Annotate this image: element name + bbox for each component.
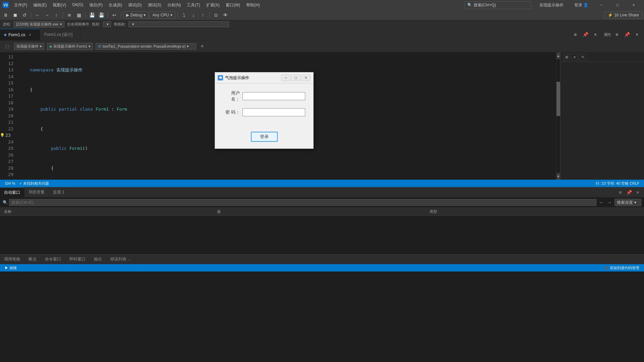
tab-error-list[interactable]: 错误列表 ... — [106, 254, 135, 264]
menu-view[interactable]: 视图(V) — [50, 2, 69, 9]
process-dropdown[interactable]: [22208] 实现提示操作.exe ▾ — [14, 21, 64, 27]
stack-dropdown[interactable]: ▾ — [128, 21, 229, 27]
stop-button[interactable]: ⏹ — [11, 11, 19, 19]
panel-close-btn[interactable]: × — [634, 189, 641, 196]
stack-chevron: ▾ — [132, 22, 134, 26]
tab-watch-1[interactable]: 监视 1 — [49, 187, 69, 197]
dialog-close-button[interactable]: × — [301, 74, 311, 81]
ready-status: ▶ 就绪 — [3, 265, 19, 270]
tab-local-vars[interactable]: 局部变量 — [24, 187, 49, 197]
tab-immediate-window[interactable]: 即时窗口 — [65, 254, 90, 264]
menu-window[interactable]: 窗口(W) — [223, 2, 243, 9]
restart-button[interactable]: ↺ — [20, 11, 29, 19]
toolbar-btn-4[interactable]: ▦ — [74, 11, 83, 19]
tab-auto-window[interactable]: 自动窗口 — [0, 187, 24, 197]
live-share-button[interactable]: ⚡ 16 Live Share — [604, 11, 643, 19]
properties-close-button[interactable]: × — [633, 31, 641, 39]
step-into-button[interactable]: ↓ — [189, 11, 198, 19]
step-out-button[interactable]: ↑ — [199, 11, 207, 19]
breakpoint-button[interactable]: ⊙ — [212, 11, 220, 19]
scope-dropdown[interactable]: 实现提示操作 ▾ — [14, 43, 44, 50]
undo-button[interactable]: ↩ — [110, 11, 119, 19]
nav-add-button[interactable]: + — [199, 43, 206, 50]
cpu-dropdown[interactable]: Any CPU ▾ — [149, 11, 175, 19]
scroll-track — [556, 59, 560, 173]
tab-form1-design[interactable]: Form1.cs [设计] — [40, 29, 80, 41]
pause-button[interactable]: ⏸ — [1, 11, 10, 19]
method-dropdown[interactable]: ⚙ toolTip1_Popup(object sender, PopupEve… — [96, 43, 196, 50]
tab-close-all-button[interactable]: × — [591, 31, 600, 39]
username-input[interactable] — [243, 92, 305, 100]
line-info[interactable]: 行: 23 字符: 40 空格 CRLF — [594, 181, 641, 186]
window-maximize-button[interactable]: □ — [610, 0, 625, 10]
username-field: 用户名： — [223, 90, 305, 102]
zoom-level[interactable]: 104 % — [3, 181, 17, 185]
watch-button[interactable]: 👁 — [221, 11, 230, 19]
debug-dropdown[interactable]: ▶ Debug ▾ — [123, 11, 149, 19]
auto-search-input[interactable] — [9, 199, 596, 206]
menu-edit[interactable]: 编辑(E) — [31, 2, 49, 9]
dialog-maximize-button[interactable]: □ — [291, 74, 301, 81]
dialog-login-button[interactable]: 登录 — [251, 132, 278, 142]
add-to-source-control[interactable]: ➕ 添加到源代码管理 — [602, 265, 641, 270]
menu-analyze[interactable]: 分析(N) — [165, 2, 184, 9]
menu-project[interactable]: 项目(P) — [87, 2, 105, 9]
tab-list-button[interactable]: ≡ — [571, 31, 580, 39]
menu-extension[interactable]: 扩展(X) — [204, 2, 222, 9]
tab-command-window[interactable]: 命令窗口 — [41, 254, 65, 264]
menu-tools[interactable]: 工具(T) — [184, 2, 203, 9]
login-label[interactable]: 登录 👤 — [572, 2, 591, 9]
menu-debug[interactable]: 调试(D) — [125, 2, 145, 9]
tab-call-stack[interactable]: 调用堆栈 — [0, 254, 24, 264]
search-depth-dropdown[interactable]: 搜索深度 ▾ — [614, 199, 641, 206]
up-button[interactable]: ↑ — [52, 11, 61, 19]
toolbar-btn-3[interactable]: ≋ — [65, 11, 74, 19]
search-forward-btn[interactable]: → — [606, 199, 613, 206]
tab-output[interactable]: 输出 — [90, 254, 106, 264]
scroll-thumb[interactable] — [556, 82, 560, 116]
scope-value: 实现提示操作 — [16, 44, 39, 49]
properties-pin-button[interactable]: 📌 — [623, 31, 631, 39]
step-over-button[interactable]: ⤵ — [180, 11, 189, 19]
properties-icon-1[interactable]: ⊞ — [563, 54, 570, 60]
tab-pin-button[interactable]: 📌 — [581, 31, 590, 39]
tab-form1-cs[interactable]: ■ Form1.cs × — [0, 29, 40, 41]
no-issues[interactable]: ✓ 未找到相关问题 — [17, 181, 51, 186]
scroll-up-button[interactable]: ▲ — [556, 52, 560, 59]
toolbar-separator-2 — [63, 12, 63, 18]
properties-icon-2[interactable]: ≡ — [571, 54, 578, 60]
password-input[interactable] — [243, 108, 305, 116]
toolbar-separator-4 — [108, 12, 108, 18]
menu-git[interactable]: Git(G) — [69, 2, 86, 9]
class-dropdown[interactable]: ◈ 实现提示操作.Form1 ▾ — [47, 43, 93, 50]
toolbar-separator-6 — [177, 12, 178, 18]
save-button[interactable]: 💾 — [88, 11, 96, 19]
source-control-right: ➕ 添加到源代码管理 — [602, 265, 641, 270]
vertical-scrollbar[interactable]: ▲ ▼ — [556, 52, 560, 180]
tab-breakpoints[interactable]: 断点 — [24, 254, 41, 264]
window-minimize-button[interactable]: − — [594, 0, 609, 10]
panel-list-btn[interactable]: ≡ — [616, 189, 624, 196]
back-button[interactable]: ← — [33, 11, 42, 19]
debug-chevron: ▾ — [144, 13, 146, 17]
search-back-btn[interactable]: ← — [598, 199, 605, 206]
toolbar: ⏸ ⏹ ↺ ← → ↑ ≋ ▦ 💾 💾 ↩ ▶ Debug ▾ Any CPU … — [0, 10, 644, 20]
properties-list-button[interactable]: ≡ — [612, 31, 621, 39]
menu-test[interactable]: 测试(S) — [145, 2, 164, 9]
tab-close-button[interactable]: × — [27, 32, 33, 38]
col-name: 名称 — [3, 208, 216, 215]
title-search[interactable]: 🔍 搜索(Ctrl+Q) — [464, 1, 531, 9]
toolbar-separator-1 — [31, 12, 31, 18]
dialog-minimize-button[interactable]: − — [281, 74, 290, 81]
properties-icon-3[interactable]: ✎ — [579, 54, 586, 60]
menu-help[interactable]: 帮助(H) — [244, 2, 263, 9]
menu-file[interactable]: 文件(F) — [11, 2, 30, 9]
thread-dropdown[interactable]: ▾ — [103, 21, 111, 27]
method-chevron: ▾ — [187, 44, 189, 49]
forward-button[interactable]: → — [43, 11, 51, 19]
scroll-down-button[interactable]: ▼ — [556, 173, 560, 180]
window-close-button[interactable]: × — [626, 0, 641, 10]
save-all-button[interactable]: 💾 — [97, 11, 106, 19]
panel-pin-btn[interactable]: 📌 — [625, 189, 633, 196]
menu-build[interactable]: 生成(B) — [106, 2, 125, 9]
